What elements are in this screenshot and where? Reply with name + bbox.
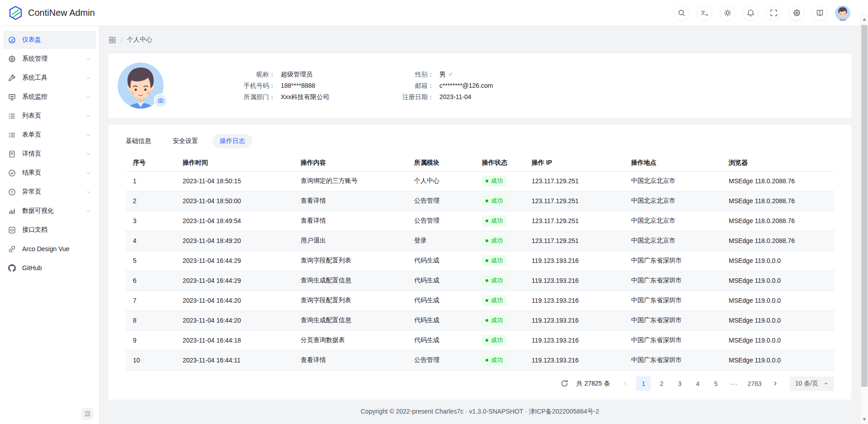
- cell-ip: 119.123.193.216: [524, 271, 624, 291]
- sidebar-item-1[interactable]: 系统管理: [3, 50, 96, 68]
- scrollbar-up-arrow[interactable]: [861, 15, 868, 23]
- notifications-button[interactable]: [743, 5, 758, 21]
- app-logo[interactable]: ContiNew Admin: [8, 5, 95, 20]
- breadcrumb-current: 个人中心: [127, 36, 152, 44]
- cell-module: 代码生成: [407, 291, 475, 310]
- cell-content: 查询字段配置列表: [293, 291, 407, 310]
- sidebar-item-10[interactable]: 接口文档: [3, 221, 96, 239]
- cell-location: 中国广东省深圳市: [624, 271, 722, 291]
- profile-tabs-card: 基础信息安全设置操作日志 序号操作时间操作内容所属模块操作状态操作 IP操作地点…: [108, 125, 851, 400]
- sidebar-item-6[interactable]: 详情页: [3, 145, 96, 163]
- search-button[interactable]: [674, 5, 689, 21]
- theme-button[interactable]: [720, 5, 735, 21]
- sidebar-item-4[interactable]: 列表页: [3, 107, 96, 125]
- sidebar-item-11[interactable]: Arco Design Vue: [3, 240, 96, 258]
- chevron-down-icon: [86, 190, 91, 195]
- gear-icon: [8, 55, 16, 63]
- chevron-down-icon: [86, 171, 91, 176]
- fullscreen-button[interactable]: [766, 5, 781, 21]
- status-badge: 成功: [482, 295, 506, 306]
- github-icon: [8, 264, 16, 272]
- male-symbol: ♂: [448, 70, 453, 79]
- page-ellipsis[interactable]: ···: [726, 376, 741, 391]
- page-button-1[interactable]: 1: [636, 376, 651, 391]
- sidebar-item-3[interactable]: 系统监控: [3, 88, 96, 106]
- logo-icon: [8, 5, 23, 20]
- sidebar-item-label: 系统工具: [22, 74, 86, 82]
- tab-1[interactable]: 安全设置: [165, 134, 205, 148]
- page-size-select[interactable]: 10 条/页: [790, 376, 834, 391]
- page-button-4[interactable]: 4: [690, 376, 705, 391]
- cell-time: 2023-11-04 16:44:29: [175, 271, 293, 291]
- page-button-2783[interactable]: 2783: [745, 376, 764, 391]
- user-avatar[interactable]: [835, 5, 850, 21]
- cell-browser: MSEdge 119.0.0.0: [722, 251, 834, 271]
- field-label: 手机号码：: [210, 81, 275, 90]
- cell-module: 公告管理: [407, 191, 475, 211]
- status-dot-icon: [486, 259, 488, 262]
- column-header: 操作内容: [293, 155, 407, 171]
- sidebar-item-12[interactable]: GitHub: [3, 259, 96, 277]
- search-icon: [678, 9, 685, 17]
- fullscreen-icon: [770, 9, 778, 17]
- settings-button[interactable]: [789, 5, 804, 21]
- page-button-5[interactable]: 5: [708, 376, 723, 391]
- cell-time: 2023-11-04 16:44:18: [175, 330, 293, 350]
- apps-icon[interactable]: [108, 36, 116, 44]
- chevron-down-icon: [86, 209, 91, 214]
- cell-module: 代码生成: [407, 330, 475, 350]
- sidebar-item-label: GitHub: [22, 264, 91, 272]
- tab-2[interactable]: 操作日志: [212, 134, 252, 148]
- change-avatar-button[interactable]: [154, 94, 168, 108]
- sidebar-item-0[interactable]: 仪表盘: [3, 31, 96, 49]
- page-button-3[interactable]: 3: [672, 376, 687, 391]
- cell-module: 代码生成: [407, 251, 475, 271]
- detail-icon: [8, 150, 16, 158]
- cell-location: 中国广东省深圳市: [624, 310, 722, 330]
- refresh-icon: [561, 380, 568, 387]
- scrollbar-thumb[interactable]: [861, 25, 868, 387]
- scrollbar-down-arrow[interactable]: [861, 415, 868, 423]
- status-dot-icon: [486, 299, 488, 302]
- table-row: 12023-11-04 18:50:15查询绑定的三方账号个人中心成功123.1…: [126, 171, 834, 191]
- column-header: 操作状态: [475, 155, 524, 171]
- dashboard-icon: [8, 36, 16, 44]
- chevron-down-icon: [86, 152, 91, 157]
- refresh-button[interactable]: [557, 376, 572, 391]
- docs-button[interactable]: [812, 5, 827, 21]
- cell-location: 中国北京北京市: [624, 211, 722, 231]
- scrollbar-track[interactable]: [860, 14, 868, 424]
- exception-icon: [8, 188, 16, 196]
- translate-icon: 文A: [701, 9, 708, 17]
- sidebar-item-7[interactable]: 结果页: [3, 164, 96, 182]
- cell-location: 中国北京北京市: [624, 191, 722, 211]
- sidebar-item-5[interactable]: 表单页: [3, 126, 96, 144]
- prev-page-button[interactable]: [618, 376, 632, 391]
- cell-index: 8: [126, 310, 175, 330]
- profile-field: 注册日期：2023-11-04: [371, 92, 493, 101]
- sidebar-item-label: 异常页: [22, 188, 86, 196]
- next-page-button[interactable]: [768, 376, 783, 391]
- column-header: 序号: [126, 155, 175, 171]
- cell-content: 查询生成配置信息: [293, 271, 407, 291]
- profile-avatar: [118, 62, 164, 109]
- cell-ip: 119.123.193.216: [524, 350, 624, 370]
- sidebar-item-label: 详情页: [22, 150, 86, 158]
- status-badge: 成功: [482, 195, 506, 206]
- link-icon: [8, 245, 16, 253]
- sidebar-item-2[interactable]: 系统工具: [3, 69, 96, 87]
- cell-browser: MSEdge 119.0.0.0: [722, 310, 834, 330]
- chevron-down-icon: [824, 381, 829, 386]
- profile-card: 昵称：超级管理员手机号码：188****8888所属部门：Xxx科技有限公司 性…: [108, 53, 851, 118]
- window-scrollbar[interactable]: [860, 0, 868, 424]
- locale-button[interactable]: 文A: [697, 5, 712, 21]
- sidebar-item-8[interactable]: 异常页: [3, 183, 96, 201]
- chevron-down-icon: [86, 57, 91, 62]
- sidebar-collapse-button[interactable]: [81, 408, 94, 420]
- cell-ip: 119.123.193.216: [524, 330, 624, 350]
- table-row: 102023-11-04 16:44:11查看详情公告管理成功119.123.1…: [126, 350, 834, 370]
- sidebar-item-9[interactable]: 数据可视化: [3, 202, 96, 220]
- operation-log-table: 序号操作时间操作内容所属模块操作状态操作 IP操作地点浏览器 12023-11-…: [126, 155, 834, 371]
- page-button-2[interactable]: 2: [654, 376, 669, 391]
- tab-0[interactable]: 基础信息: [118, 134, 158, 148]
